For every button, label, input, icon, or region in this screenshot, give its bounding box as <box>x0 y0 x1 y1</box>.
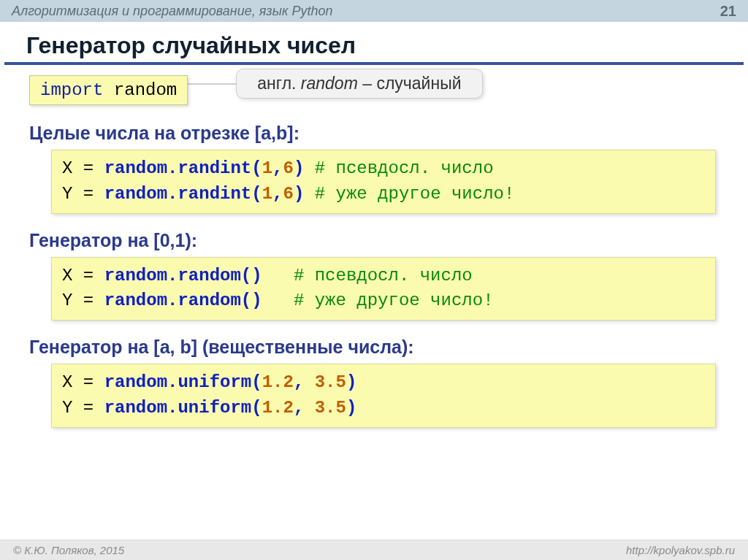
comma: , <box>294 398 315 418</box>
paren-close: ) <box>346 398 356 418</box>
callout-word: random <box>301 74 358 93</box>
code-number: 1 <box>262 158 272 178</box>
paren-open: ( <box>241 291 251 310</box>
content-area: import random англ. random – случайный Ц… <box>0 75 748 428</box>
section-heading: Генератор на [0,1): <box>29 230 719 251</box>
paren-open: ( <box>251 158 262 178</box>
equals-sign: = <box>72 266 104 285</box>
paren-close: ) <box>346 372 356 392</box>
callout-prefix: англ. <box>257 74 301 93</box>
code-comment: # уже другое число! <box>315 184 515 204</box>
paren-close: ) <box>294 184 304 204</box>
code-block: X = random.uniform(1.2, 3.5)Y = random.u… <box>51 364 716 428</box>
header-bar: Алгоритмизация и программирование, язык … <box>0 0 748 22</box>
section-heading: Генератор на [a, b] (вещественные числа)… <box>29 337 719 358</box>
equals-sign: = <box>72 372 104 392</box>
code-number: 3.5 <box>315 372 346 392</box>
equals-sign: = <box>72 158 104 178</box>
padding <box>304 158 314 178</box>
code-variable: Y <box>62 184 72 204</box>
module-random: random <box>114 80 177 100</box>
import-code: import random <box>29 75 188 105</box>
comma: , <box>294 372 315 392</box>
code-variable: X <box>62 266 72 285</box>
code-line: X = random.uniform(1.2, 3.5) <box>62 370 705 396</box>
course-title: Алгоритмизация и программирование, язык … <box>12 4 332 19</box>
code-number: 6 <box>283 158 293 178</box>
section-heading: Целые числа на отрезке [a,b]: <box>29 123 719 144</box>
paren-open: ( <box>251 184 262 204</box>
code-function-call: random.randint <box>104 184 252 204</box>
code-variable: Y <box>62 291 72 310</box>
paren-close: ) <box>251 266 262 285</box>
code-block: X = random.random() # псевдосл. числоY =… <box>51 257 716 321</box>
code-variable: X <box>62 158 72 178</box>
equals-sign: = <box>72 184 104 204</box>
code-variable: X <box>62 372 72 392</box>
code-block: X = random.randint(1,6) # псевдосл. числ… <box>51 150 716 214</box>
equals-sign: = <box>72 291 104 310</box>
code-function-call: random.randint <box>104 158 252 178</box>
padding <box>304 184 314 204</box>
paren-open: ( <box>251 372 262 392</box>
code-function-call: random.uniform <box>104 372 252 392</box>
footer-copyright: © К.Ю. Поляков, 2015 <box>13 544 124 556</box>
code-comment: # уже другое число! <box>294 291 494 310</box>
code-line: X = random.randint(1,6) # псевдосл. числ… <box>62 156 705 182</box>
code-number: 1.2 <box>262 372 294 392</box>
code-line: X = random.random() # псевдосл. число <box>62 264 705 289</box>
code-line: Y = random.uniform(1.2, 3.5) <box>62 396 705 421</box>
import-row: import random англ. random – случайный <box>29 75 719 105</box>
paren-close: ) <box>251 291 262 310</box>
callout-bubble: англ. random – случайный <box>236 69 482 99</box>
padding <box>262 291 294 310</box>
paren-open: ( <box>241 266 251 285</box>
sections: Целые числа на отрезке [a,b]:X = random.… <box>29 123 719 428</box>
footer-bar: © К.Ю. Поляков, 2015 http://kpolyakov.sp… <box>0 540 748 560</box>
code-line: Y = random.random() # уже другое число! <box>62 288 705 314</box>
code-comment: # псевдосл. число <box>294 266 473 285</box>
code-line: Y = random.randint(1,6) # уже другое чис… <box>62 182 705 207</box>
equals-sign: = <box>72 398 104 418</box>
footer-url: http://kpolyakov.spb.ru <box>626 544 735 556</box>
comma: , <box>272 184 283 204</box>
code-number: 3.5 <box>315 398 346 418</box>
code-number: 1.2 <box>262 398 294 418</box>
code-number: 6 <box>283 184 293 204</box>
callout-connector <box>186 83 237 85</box>
code-variable: Y <box>62 398 72 418</box>
page-number: 21 <box>720 3 736 20</box>
paren-close: ) <box>294 158 304 178</box>
padding <box>262 266 294 285</box>
paren-open: ( <box>251 398 262 418</box>
keyword-import: import <box>40 80 103 100</box>
code-comment: # псевдосл. число <box>315 158 494 178</box>
comma: , <box>272 158 283 178</box>
code-function-call: random.random <box>104 266 241 285</box>
code-function-call: random.uniform <box>104 398 252 418</box>
code-number: 1 <box>262 184 272 204</box>
code-function-call: random.random <box>104 291 241 310</box>
callout-suffix: – случайный <box>358 74 462 93</box>
slide-title: Генератор случайных чисел <box>4 22 744 65</box>
